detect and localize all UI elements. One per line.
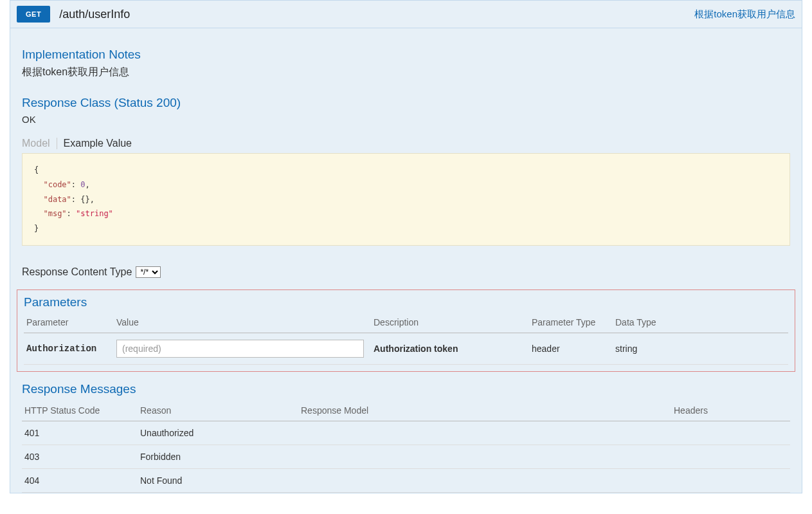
col-data-type: Data Type [613,313,788,333]
status-reason: Not Found [138,468,298,492]
response-content-type-label: Response Content Type [22,266,132,278]
status-model [298,445,671,468]
col-status-code: HTTP Status Code [22,400,138,421]
parameters-table: Parameter Value Description Parameter Ty… [24,313,788,365]
response-messages-heading: Response Messages [22,382,790,396]
status-reason: Unauthorized [138,421,298,445]
table-row: 401 Unauthorized [22,421,790,445]
example-value-box[interactable]: { "code": 0, "data": {}, "msg": "string"… [22,153,790,246]
json-key: "msg" [43,209,66,218]
param-type: header [529,333,613,364]
col-parameter: Parameter [24,313,114,333]
http-method-badge: GET [17,6,50,23]
tab-example-value[interactable]: Example Value [57,138,132,149]
status-headers [671,421,790,445]
table-header-row: Parameter Value Description Parameter Ty… [24,313,788,333]
operation-summary-link[interactable]: 根据token获取用户信息 [694,8,795,21]
table-row: 404 Not Found [22,468,790,492]
col-parameter-type: Parameter Type [529,313,613,333]
table-header-row: HTTP Status Code Reason Response Model H… [22,400,790,421]
operation-body: Implementation Notes 根据token获取用户信息 Respo… [10,28,802,493]
tab-model[interactable]: Model [22,138,57,149]
operation-header[interactable]: GET /auth/userInfo 根据token获取用户信息 [10,1,802,28]
json-brace: { [34,165,39,174]
response-class-status: OK [22,114,790,125]
json-object: {} [80,195,89,204]
response-messages-section: Response Messages HTTP Status Code Reaso… [10,382,802,493]
implementation-notes-heading: Implementation Notes [22,48,790,62]
response-tabs: Model Example Value [22,138,790,149]
json-key: "data" [43,195,71,204]
param-value-cell [114,333,371,364]
response-class-heading: Response Class (Status 200) [22,96,790,110]
response-content-type-select[interactable]: */* [136,266,161,278]
status-headers [671,468,790,492]
table-row: 403 Forbidden [22,445,790,468]
col-reason: Reason [138,400,298,421]
param-description: Authorization token [371,333,529,364]
status-code: 401 [22,421,138,445]
json-number: 0 [80,180,85,189]
status-headers [671,445,790,468]
status-reason: Forbidden [138,445,298,468]
response-messages-table: HTTP Status Code Reason Response Model H… [22,400,790,493]
status-model [298,421,671,445]
response-content-type-row: Response Content Type */* [22,266,790,278]
col-response-model: Response Model [298,400,671,421]
implementation-notes-text: 根据token获取用户信息 [22,66,790,79]
status-code: 404 [22,468,138,492]
param-data-type: string [613,333,788,364]
parameters-heading: Parameters [24,295,788,309]
json-brace: } [34,224,39,233]
status-code: 403 [22,445,138,468]
param-value-input[interactable] [116,340,364,358]
json-key: "code" [43,180,71,189]
param-name: Authorization [24,333,114,364]
status-model [298,468,671,492]
table-row: Authorization Authorization token header… [24,333,788,364]
parameters-section: Parameters Parameter Value Description P… [17,289,795,372]
operation-container: GET /auth/userInfo 根据token获取用户信息 Impleme… [10,0,802,493]
col-value: Value [114,313,371,333]
col-headers: Headers [671,400,790,421]
endpoint-path: /auth/userInfo [59,8,130,21]
col-description: Description [371,313,529,333]
json-string: "string" [76,209,113,218]
